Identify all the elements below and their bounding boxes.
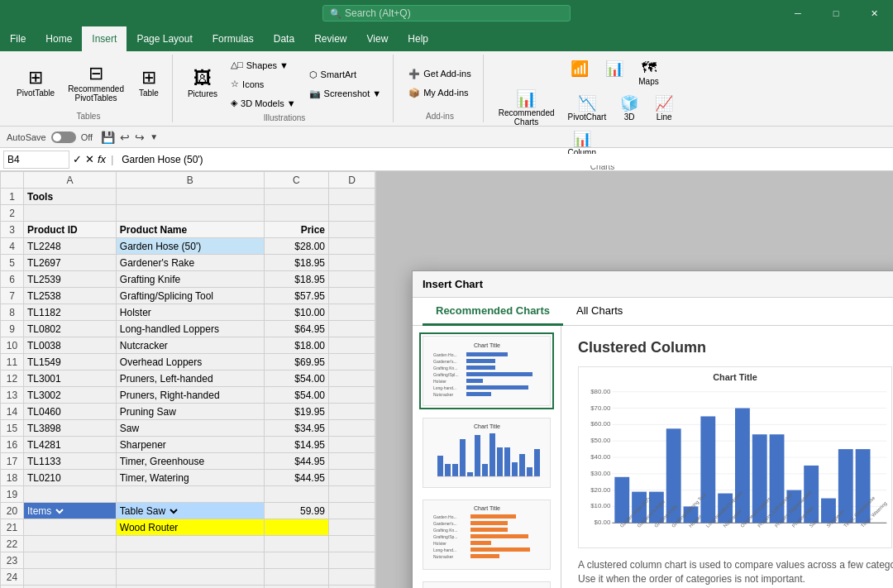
title-search-box[interactable]: 🔍	[322, 5, 571, 22]
tab-all-charts[interactable]: All Charts	[563, 298, 636, 326]
undo-icon[interactable]: ↩	[120, 131, 130, 144]
cell-d18[interactable]	[329, 470, 375, 486]
smartart-button[interactable]: ⬡SmartArt	[304, 66, 387, 84]
cell-a2[interactable]	[24, 205, 117, 222]
my-addins-button[interactable]: 📦My Add-ins	[404, 84, 475, 102]
cell-b3[interactable]: Product Name	[116, 222, 264, 238]
cell-b4[interactable]: Garden Hose (50')	[116, 238, 264, 255]
cell-c4[interactable]: $28.00	[264, 238, 328, 255]
3d-models-button[interactable]: ◈3D Models ▼	[226, 94, 301, 112]
pivottable-button[interactable]: ⊞ PivotTable	[12, 65, 60, 101]
screenshot-button[interactable]: 📷Screenshot ▼	[304, 85, 387, 103]
cell-d1[interactable]	[329, 189, 375, 205]
col-header-b[interactable]: B	[116, 172, 264, 189]
cell-a6[interactable]: TL2539	[24, 271, 117, 288]
recommended-pivottables-button[interactable]: ⊟ RecommendedPivotTables	[63, 61, 129, 106]
cell-a7[interactable]: TL2538	[24, 288, 117, 304]
cell-d7[interactable]	[329, 288, 375, 304]
cell-a16[interactable]: TL4281	[24, 437, 117, 453]
get-addins-button[interactable]: ➕Get Add-ins	[404, 65, 475, 83]
cell-b16[interactable]: Sharpener	[116, 437, 264, 453]
column-chart-button[interactable]: 📊	[598, 56, 631, 89]
table-button[interactable]: ⊞ Table	[132, 65, 165, 101]
cell-d19[interactable]	[329, 486, 375, 503]
tab-insert[interactable]: Insert	[82, 26, 127, 51]
cell-c2[interactable]	[264, 205, 328, 222]
cell-c12[interactable]: $54.00	[264, 370, 328, 387]
redo-icon[interactable]: ↪	[135, 131, 145, 144]
cell-d11[interactable]	[329, 354, 375, 370]
cell-b14[interactable]: Pruning Saw	[116, 404, 264, 420]
function-icon[interactable]: fx	[98, 153, 106, 165]
cell-c7[interactable]: $57.95	[264, 288, 328, 304]
recommended-charts-button[interactable]: 📊 RecommendedCharts	[494, 87, 560, 130]
cell-a20[interactable]: Items ▼	[24, 503, 117, 519]
formula-input[interactable]	[118, 154, 890, 165]
cell-b10[interactable]: Nutcracker	[116, 337, 264, 354]
cell-a9[interactable]: TL0802	[24, 321, 117, 337]
cell-c11[interactable]: $69.95	[264, 354, 328, 370]
cell-b13[interactable]: Pruners, Right-handed	[116, 387, 264, 404]
col-header-a[interactable]: A	[24, 172, 117, 189]
cell-c19[interactable]	[264, 486, 328, 503]
tab-review[interactable]: Review	[304, 26, 356, 51]
cell-d12[interactable]	[329, 370, 375, 387]
minimize-button[interactable]: ─	[779, 0, 817, 26]
shapes-button[interactable]: △□Shapes ▼	[226, 56, 301, 74]
cell-d13[interactable]	[329, 387, 375, 404]
tab-home[interactable]: Home	[36, 26, 82, 51]
cell-b21[interactable]: Wood Router	[116, 519, 264, 536]
cell-d4[interactable]	[329, 238, 375, 255]
cell-d14[interactable]	[329, 404, 375, 420]
cell-a19[interactable]	[24, 486, 117, 503]
cell-c3[interactable]: Price	[264, 222, 328, 238]
cell-c21[interactable]	[264, 519, 328, 536]
cell-c6[interactable]: $18.95	[264, 271, 328, 288]
save-icon[interactable]: 💾	[101, 131, 115, 144]
col-header-d[interactable]: D	[329, 172, 375, 189]
cell-c20[interactable]: 59.99	[264, 503, 328, 519]
formula-cancel-icon[interactable]: ✕	[85, 153, 94, 165]
autosave-toggle[interactable]	[51, 131, 76, 143]
cell-d17[interactable]	[329, 453, 375, 470]
maps-button[interactable]: 🗺 Maps	[633, 56, 666, 89]
cell-b6[interactable]: Grafting Knife	[116, 271, 264, 288]
cell-a17[interactable]: TL1133	[24, 453, 117, 470]
cell-d21[interactable]	[329, 519, 375, 536]
cell-c5[interactable]: $18.95	[264, 255, 328, 271]
cell-c17[interactable]: $44.95	[264, 453, 328, 470]
bar-chart-button[interactable]: 📶	[563, 56, 596, 89]
cell-b11[interactable]: Overhead Loppers	[116, 354, 264, 370]
cell-a12[interactable]: TL3001	[24, 370, 117, 387]
cell-d9[interactable]	[329, 321, 375, 337]
cell-a4[interactable]: TL2248	[24, 238, 117, 255]
quick-access-dropdown[interactable]: ▼	[150, 132, 158, 141]
search-input[interactable]	[345, 7, 563, 19]
cell-b2[interactable]	[116, 205, 264, 222]
cell-b18[interactable]: Timer, Watering	[116, 470, 264, 486]
cell-b7[interactable]: Grafting/Splicing Tool	[116, 288, 264, 304]
tab-data[interactable]: Data	[264, 26, 304, 51]
cell-a15[interactable]: TL3898	[24, 420, 117, 437]
col-header-c[interactable]: C	[264, 172, 328, 189]
chart-preview-2[interactable]: Chart Title	[419, 414, 554, 491]
cell-c9[interactable]: $64.95	[264, 321, 328, 337]
cell-b5[interactable]: Gardener's Rake	[116, 255, 264, 271]
cell-b9[interactable]: Long-handled Loppers	[116, 321, 264, 337]
spreadsheet[interactable]: A B C D 1 Tools 2	[0, 171, 376, 588]
cell-reference-input[interactable]	[3, 151, 69, 169]
cell-a10[interactable]: TL0038	[24, 337, 117, 354]
cell-b1[interactable]	[116, 189, 264, 205]
close-button[interactable]: ✕	[855, 0, 893, 26]
maximize-button[interactable]: □	[817, 0, 855, 26]
tab-view[interactable]: View	[357, 26, 399, 51]
cell-d2[interactable]	[329, 205, 375, 222]
tab-help[interactable]: Help	[398, 26, 438, 51]
cell-b15[interactable]: Saw	[116, 420, 264, 437]
cell-c8[interactable]: $10.00	[264, 304, 328, 321]
table-saw-dropdown[interactable]: ▼	[169, 506, 180, 517]
cell-d8[interactable]	[329, 304, 375, 321]
cell-a11[interactable]: TL1549	[24, 354, 117, 370]
cell-a3[interactable]: Product ID	[24, 222, 117, 238]
tab-recommended-charts[interactable]: Recommended Charts	[423, 298, 563, 326]
